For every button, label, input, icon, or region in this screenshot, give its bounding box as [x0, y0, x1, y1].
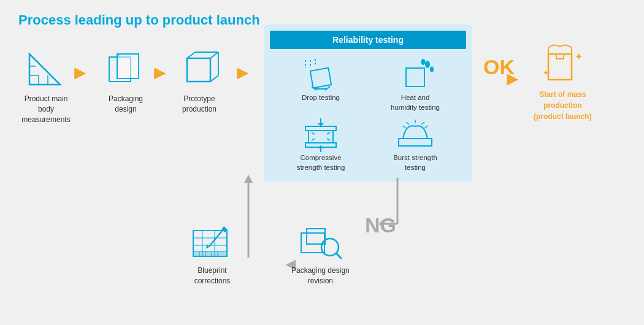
svg-marker-66 — [205, 244, 209, 249]
packaging-design-icon — [104, 49, 147, 89]
svg-line-11 — [187, 52, 195, 58]
arrow-2: ► — [150, 61, 170, 84]
measurements-label: Product main bodymeasurements — [18, 94, 74, 124]
svg-rect-44 — [548, 54, 572, 80]
prototype-icon — [178, 49, 221, 89]
step-prototype: Prototypeproduction — [178, 49, 221, 115]
svg-rect-69 — [307, 229, 325, 244]
svg-rect-38 — [399, 139, 432, 146]
mass-prod-icon: ✦ ✦ — [541, 42, 584, 88]
drop-testing-label: Drop testing — [302, 93, 340, 102]
ok-arrow: ► — [503, 67, 523, 90]
heat-humidity-label: Heat andhumidity testing — [391, 93, 440, 112]
step-revision: Packaging designrevision — [291, 226, 350, 286]
testing-grid: Drop testing Heat andhumidity testing — [270, 54, 466, 175]
svg-rect-23 — [406, 68, 424, 86]
arrow-3: ► — [233, 61, 253, 84]
svg-line-43 — [402, 126, 406, 128]
drop-testing-icon — [299, 57, 342, 93]
heat-humidity-icon — [394, 57, 437, 93]
revision-icon — [298, 226, 342, 262]
svg-text:✦: ✦ — [543, 69, 549, 77]
blueprint-label: Blueprintcorrections — [194, 266, 231, 286]
step-measurements: Product main bodymeasurements — [18, 49, 74, 124]
up-arrow-svg — [239, 172, 258, 261]
measurements-icon — [25, 49, 67, 89]
svg-line-36 — [312, 139, 315, 140]
step-packaging-design: Packaging design — [98, 49, 153, 115]
svg-point-25 — [421, 59, 426, 65]
svg-rect-16 — [310, 68, 331, 88]
test-drop: Drop testing — [276, 57, 366, 112]
svg-line-40 — [421, 122, 424, 124]
compressive-strength-label: Compressivestrength testing — [297, 153, 345, 172]
packaging-design-label: Packaging design — [98, 94, 153, 115]
svg-line-37 — [327, 139, 330, 140]
test-heat: Heat andhumidity testing — [370, 57, 460, 112]
svg-point-26 — [430, 67, 434, 72]
svg-rect-10 — [187, 58, 210, 82]
svg-rect-68 — [301, 233, 324, 253]
svg-line-42 — [424, 126, 428, 128]
mass-prod-section: ✦ ✦ Start of massproduction(product laun… — [534, 42, 592, 122]
svg-rect-60 — [193, 251, 227, 256]
svg-line-71 — [337, 254, 341, 258]
blueprint-icon — [190, 226, 234, 262]
svg-line-35 — [327, 132, 330, 134]
svg-text:✦: ✦ — [575, 52, 583, 62]
svg-point-24 — [425, 61, 430, 68]
main-container: Process leading up to product launch Pro… — [0, 0, 644, 325]
svg-line-14 — [210, 75, 218, 82]
svg-line-41 — [406, 122, 409, 124]
test-compressive: Compressivestrength testing — [276, 117, 366, 172]
burst-strength-icon — [394, 117, 437, 153]
step-blueprint: Blueprintcorrections — [190, 226, 234, 286]
reliability-box: Reliability testing Drop testing — [264, 25, 472, 182]
revision-label: Packaging designrevision — [291, 266, 350, 286]
mass-prod-label: Start of massproduction(product launch) — [534, 89, 592, 122]
ng-path-svg — [379, 175, 416, 248]
reliability-header: Reliability testing — [270, 31, 466, 49]
svg-marker-54 — [244, 175, 253, 183]
compressive-strength-icon — [299, 117, 342, 153]
arrow-1: ► — [71, 61, 90, 84]
burst-strength-label: Burst strengthtesting — [393, 153, 437, 172]
svg-rect-9 — [117, 54, 139, 78]
svg-rect-28 — [305, 126, 336, 131]
svg-marker-0 — [29, 54, 60, 85]
prototype-label: Prototypeproduction — [182, 94, 217, 115]
test-burst: Burst strengthtesting — [370, 117, 460, 172]
svg-marker-52 — [379, 220, 382, 228]
svg-line-34 — [312, 132, 315, 134]
svg-line-12 — [210, 52, 218, 58]
